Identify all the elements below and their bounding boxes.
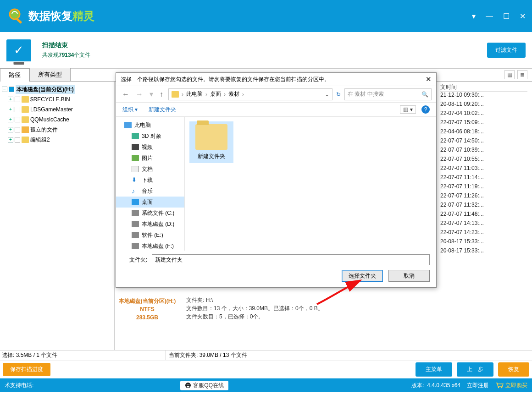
timestamp-cell: 20-08-17 15:33:...	[440, 247, 527, 257]
drive-icon	[132, 210, 139, 216]
organize-menu[interactable]: 组织 ▾	[122, 106, 138, 114]
help-icon[interactable]: ?	[421, 105, 430, 114]
tree-checkbox[interactable]	[15, 107, 20, 112]
tree-item[interactable]: QQMusicCache	[30, 116, 69, 123]
folder-item-label: 新建文件夹	[190, 153, 233, 160]
brand-text-a: 数据恢复	[28, 9, 72, 23]
dialog-title: 选择一个路径以保存您勾选的文件。请勿将要恢复的文件保存在您当前扫描的分区中。	[121, 76, 330, 83]
dialog-file-area[interactable]: 新建文件夹	[185, 117, 436, 251]
tree-expand-icon[interactable]: +	[8, 137, 13, 142]
minimize-icon[interactable]: —	[486, 12, 493, 21]
choose-folder-button[interactable]: 选择文件夹	[342, 270, 383, 282]
tree-expand-icon[interactable]: +	[8, 107, 13, 112]
svg-point-6	[187, 386, 189, 387]
cart-icon	[495, 382, 504, 389]
footer: 术支持电话: 客服QQ在线 版本: 4.4.0.435 x64 立即注册 立即购…	[0, 378, 532, 392]
close-icon[interactable]: ✕	[520, 12, 526, 21]
tree-checkbox[interactable]	[15, 127, 20, 132]
tree-checkbox[interactable]	[15, 117, 20, 122]
recover-button[interactable]: 恢复	[498, 362, 529, 377]
nav-recent-icon[interactable]: ▾	[148, 90, 155, 98]
timestamp-cell: 20-08-11 09:20:...	[440, 101, 527, 110]
tab-all-types[interactable]: 所有类型	[29, 68, 71, 81]
maximize-icon[interactable]: ☐	[503, 12, 510, 21]
timestamp-cell: 22-07-07 14:23:...	[440, 229, 527, 238]
side-pictures[interactable]: 图片	[116, 153, 184, 164]
svg-point-5	[188, 384, 189, 385]
side-drive-c[interactable]: 系统文件 (C:)	[116, 208, 184, 219]
tree-expand-icon[interactable]: +	[8, 127, 13, 132]
chevron-down-icon[interactable]: ⌄	[325, 91, 329, 98]
search-icon: 🔍	[421, 91, 428, 98]
folder-icon	[22, 106, 29, 113]
side-music[interactable]: ♪音乐	[116, 186, 184, 197]
dialog-close-icon[interactable]: ✕	[426, 75, 432, 83]
refresh-icon[interactable]: ↻	[336, 91, 341, 98]
tree-collapse-icon[interactable]: −	[2, 87, 7, 92]
save-progress-button[interactable]: 保存扫描进度	[3, 363, 50, 376]
tech-support-label: 术支持电话:	[5, 382, 33, 389]
picture-icon	[132, 155, 139, 161]
buy-button[interactable]: 立即购买	[495, 382, 527, 389]
tree-checkbox[interactable]	[15, 137, 20, 142]
scan-banner: ✓ 扫描结束 共发现79134个文件 过滤文件	[0, 32, 532, 69]
side-drive-d[interactable]: 本地磁盘 (D:)	[116, 219, 184, 230]
magnifier-disk-icon	[6, 7, 25, 25]
view-mode-dropdown[interactable]: ▥ ▾	[400, 105, 416, 114]
tree-expand-icon[interactable]: +	[8, 117, 13, 122]
folder-icon	[22, 116, 29, 123]
svg-point-7	[498, 387, 499, 389]
nav-up-icon[interactable]: ↑	[158, 90, 165, 98]
side-this-pc[interactable]: 此电脑	[116, 120, 184, 131]
side-downloads[interactable]: ⬇下载	[116, 175, 184, 186]
breadcrumb[interactable]: ›此电脑 ›桌面 ›素材 › ⌄	[168, 88, 332, 100]
svg-point-4	[187, 384, 188, 385]
cancel-button[interactable]: 取消	[388, 270, 430, 282]
folder-item-selected[interactable]: 新建文件夹	[189, 121, 233, 163]
orphan-icon	[22, 126, 29, 133]
video-icon	[132, 144, 139, 150]
tree-sidebar: − 本地磁盘(当前分区)(H:) +$RECYCLE.BIN +LDSGameM…	[0, 82, 115, 350]
monitor-check-icon: ✓	[6, 39, 31, 61]
timestamp-cell: 22-07-07 14:13:...	[440, 220, 527, 229]
side-documents[interactable]: 文档	[116, 164, 184, 175]
side-3d-objects[interactable]: 3D 对象	[116, 131, 184, 142]
filter-files-button[interactable]: 过滤文件	[487, 43, 526, 58]
menu-icon[interactable]: ▾	[472, 12, 476, 21]
tree-item[interactable]: $RECYCLE.BIN	[30, 96, 70, 103]
tree-item[interactable]: 孤立的文件	[30, 126, 58, 134]
side-videos[interactable]: 视频	[116, 142, 184, 153]
register-button[interactable]: 立即注册	[467, 382, 489, 389]
app-logo: 数据恢复 精灵	[6, 7, 94, 25]
view-list-icon[interactable]: ≣	[517, 70, 527, 79]
disk-card[interactable]: 本地磁盘(当前分区)(H:) NTFS 283.5GB	[117, 297, 177, 322]
tree-checkbox[interactable]	[9, 87, 14, 92]
side-drive-e[interactable]: 软件 (E:)	[116, 230, 184, 241]
folder-name-input[interactable]	[152, 254, 430, 265]
desktop-icon	[132, 199, 139, 205]
qq-support-button[interactable]: 客服QQ在线	[180, 381, 228, 390]
side-desktop[interactable]: 桌面	[116, 197, 184, 208]
dialog-search-input[interactable]: 在 素材 中搜索 🔍	[344, 88, 432, 100]
tree-item[interactable]: 编辑组2	[30, 136, 50, 144]
titlebar: 数据恢复 精灵 ▾ — ☐ ✕	[0, 0, 532, 32]
window-controls: ▾ — ☐ ✕	[472, 12, 528, 21]
folder-icon	[22, 96, 29, 103]
side-drive-f[interactable]: 本地磁盘 (F:)	[116, 241, 184, 251]
tree-expand-icon[interactable]: +	[8, 97, 13, 102]
tab-path[interactable]: 路径	[0, 68, 29, 82]
timestamp-cell: 22-07-07 11:32:...	[440, 202, 527, 211]
folder-field-label: 文件夹:	[122, 256, 147, 264]
tree-item[interactable]: LDSGameMaster	[30, 106, 73, 113]
view-grid-icon[interactable]: ▦	[504, 70, 515, 79]
timestamp-column: 文时间 21-12-10 09:30:...20-08-11 09:20:...…	[440, 82, 527, 257]
new-folder-button[interactable]: 新建文件夹	[149, 106, 176, 114]
tree-checkbox[interactable]	[15, 97, 20, 102]
nav-back-icon[interactable]: ←	[121, 90, 131, 98]
timestamp-cell: 22-07-07 11:46:...	[440, 211, 527, 220]
tree-root[interactable]: 本地磁盘(当前分区)(H:)	[16, 85, 75, 94]
main-menu-button[interactable]: 主菜单	[416, 362, 452, 377]
nav-forward-icon[interactable]: →	[134, 90, 144, 98]
timestamp-header: 文时间	[440, 82, 527, 92]
prev-button[interactable]: 上一步	[457, 362, 493, 377]
